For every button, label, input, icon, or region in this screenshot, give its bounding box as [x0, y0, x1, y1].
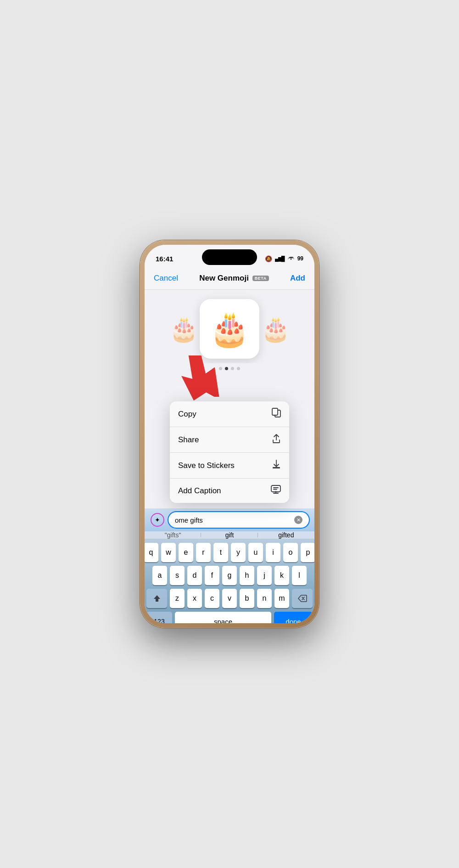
status-bar: 16:41 🔕 ▄▆█ 99	[145, 245, 314, 267]
clear-button[interactable]: ✕	[294, 516, 302, 524]
nav-bar: Cancel New Genmoji BETA Add	[145, 267, 314, 290]
numbers-key[interactable]: 123	[146, 612, 172, 623]
keyboard-row-2: a s d f g h j k l	[146, 566, 313, 585]
dynamic-island	[202, 249, 257, 265]
menu-item-caption[interactable]: Add Caption	[170, 479, 289, 503]
signal-icon: ▄▆█	[275, 256, 285, 262]
backspace-key[interactable]	[292, 589, 313, 608]
key-x[interactable]: x	[187, 589, 202, 608]
key-s[interactable]: s	[170, 566, 185, 585]
key-p[interactable]: p	[301, 543, 314, 562]
key-w[interactable]: w	[161, 543, 176, 562]
key-o[interactable]: o	[283, 543, 298, 562]
carousel-dots	[145, 367, 314, 370]
key-u[interactable]: u	[248, 543, 263, 562]
emoji-carousel: 🎂 🎂 🎂	[145, 290, 314, 363]
input-area: ✦ ome gifts ✕	[145, 508, 314, 531]
add-button[interactable]: Add	[290, 274, 305, 283]
key-g[interactable]: g	[222, 566, 237, 585]
svg-rect-5	[273, 467, 280, 468]
copy-icon	[272, 408, 281, 420]
keyboard-row-3: z x c v b n m	[146, 589, 313, 608]
cancel-button[interactable]: Cancel	[154, 274, 178, 283]
wifi-icon	[287, 255, 295, 262]
key-t[interactable]: t	[213, 543, 228, 562]
content-wrapper: 🎂 🎂 🎂	[145, 290, 314, 623]
space-key[interactable]: space	[175, 612, 271, 623]
key-k[interactable]: k	[274, 566, 289, 585]
key-v[interactable]: v	[222, 589, 237, 608]
nav-title-container: New Genmoji BETA	[199, 274, 269, 283]
text-input-field[interactable]: ome gifts ✕	[168, 512, 309, 528]
menu-item-save[interactable]: Save to Stickers	[170, 453, 289, 479]
key-m[interactable]: m	[274, 589, 289, 608]
caption-label: Add Caption	[178, 486, 221, 496]
dot-3	[231, 367, 234, 370]
key-l[interactable]: l	[292, 566, 307, 585]
status-icons: 🔕 ▄▆█ 99	[265, 255, 303, 262]
context-menu-section: Copy Share	[145, 401, 314, 507]
save-icon	[272, 459, 281, 472]
status-time: 16:41	[156, 255, 173, 263]
key-n[interactable]: n	[257, 589, 272, 608]
autocomplete-bar: "gifts" gift gifted	[145, 531, 314, 539]
mute-icon: 🔕	[265, 255, 272, 262]
dot-4	[237, 367, 240, 370]
dot-1	[219, 367, 222, 370]
menu-item-share[interactable]: Share	[170, 427, 289, 453]
emoji-section: 🎂 🎂 🎂	[145, 290, 314, 401]
autocomplete-label-2: gift	[225, 531, 234, 539]
autocomplete-gifted[interactable]: gifted	[258, 531, 314, 539]
nav-title: New Genmoji	[199, 274, 249, 283]
context-menu: Copy Share	[170, 401, 289, 503]
done-key[interactable]: done	[274, 612, 313, 623]
keyboard-row-4: 123 space done	[146, 612, 313, 623]
autocomplete-label-3: gifted	[278, 531, 294, 539]
genmoji-icon: ✦	[151, 513, 164, 527]
autocomplete-label-1: "gifts"	[165, 531, 181, 539]
shift-key[interactable]	[146, 589, 167, 608]
dot-2	[225, 367, 228, 370]
autocomplete-gifts-quoted[interactable]: "gifts"	[145, 531, 201, 539]
app-icon: ✦	[150, 513, 165, 527]
emoji-right[interactable]: 🎂	[255, 308, 296, 349]
key-q[interactable]: q	[145, 543, 158, 562]
beta-badge: BETA	[252, 276, 269, 281]
keyboard: q w e r t y u i o p a s d f g	[145, 539, 314, 623]
key-z[interactable]: z	[170, 589, 185, 608]
phone-frame: 16:41 🔕 ▄▆█ 99 Cancel New Genmoji BET	[140, 240, 319, 628]
battery-icon: 99	[297, 255, 303, 262]
red-arrow-icon	[181, 360, 227, 397]
menu-item-copy[interactable]: Copy	[170, 401, 289, 427]
input-text: ome gifts	[175, 516, 203, 524]
key-b[interactable]: b	[240, 589, 254, 608]
svg-rect-6	[271, 485, 280, 492]
key-d[interactable]: d	[187, 566, 202, 585]
phone-screen: 16:41 🔕 ▄▆█ 99 Cancel New Genmoji BET	[145, 245, 314, 623]
emoji-left[interactable]: 🎂	[163, 308, 204, 349]
key-c[interactable]: c	[205, 589, 219, 608]
autocomplete-gift[interactable]: gift	[201, 531, 257, 539]
key-y[interactable]: y	[231, 543, 246, 562]
copy-label: Copy	[178, 410, 196, 419]
share-icon	[272, 434, 281, 446]
key-a[interactable]: a	[152, 566, 167, 585]
emoji-center[interactable]: 🎂	[200, 299, 259, 359]
share-label: Share	[178, 435, 199, 445]
key-r[interactable]: r	[196, 543, 211, 562]
arrow-container	[145, 374, 314, 401]
key-f[interactable]: f	[205, 566, 219, 585]
caption-icon	[271, 485, 281, 496]
key-h[interactable]: h	[240, 566, 254, 585]
svg-rect-4	[272, 408, 278, 415]
key-j[interactable]: j	[257, 566, 272, 585]
keyboard-row-1: q w e r t y u i o p	[146, 543, 313, 562]
save-label: Save to Stickers	[178, 461, 235, 470]
key-e[interactable]: e	[179, 543, 193, 562]
key-i[interactable]: i	[266, 543, 280, 562]
